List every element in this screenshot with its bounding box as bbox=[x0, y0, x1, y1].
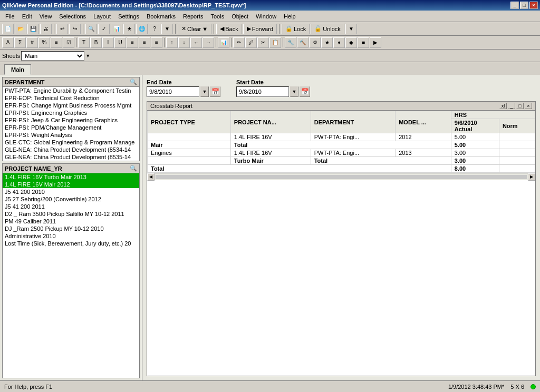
unlock-btn[interactable]: 🔓 Unlock bbox=[311, 24, 344, 34]
print-btn[interactable]: 🖨 bbox=[40, 24, 52, 34]
menu-bookmarks[interactable]: Bookmarks bbox=[143, 12, 179, 21]
undo-btn[interactable]: ↩ bbox=[56, 24, 68, 34]
tb2-btn7[interactable]: T bbox=[78, 37, 90, 48]
new-btn[interactable]: 📄 bbox=[2, 24, 14, 34]
proj-item-5[interactable]: J5 41 200 2011 bbox=[3, 203, 139, 210]
menu-view[interactable]: View bbox=[36, 12, 55, 21]
proj-item-7[interactable]: PM 49 Caliber 2011 bbox=[3, 218, 139, 225]
menu-reports[interactable]: Reports bbox=[180, 12, 207, 21]
crosstab-xl-btn[interactable]: xl bbox=[499, 103, 507, 109]
dept-item-2[interactable]: EPR-EOP: Technical Cost Reduction bbox=[3, 94, 139, 102]
tb2-btn13[interactable]: ≡ bbox=[151, 37, 162, 48]
redo-btn[interactable]: ↪ bbox=[69, 24, 81, 34]
start-date-calendar[interactable]: 📅 bbox=[300, 86, 310, 97]
tb2-btn10[interactable]: U bbox=[114, 37, 126, 48]
tb2-btn18[interactable]: 📊 bbox=[218, 37, 229, 48]
proj-item-4[interactable]: J5 27 Sebring/200 (Convertible) 2012 bbox=[3, 195, 139, 203]
proj-item-3[interactable]: J5 41 200 2010 bbox=[3, 188, 139, 195]
end-date-input[interactable] bbox=[147, 86, 199, 97]
tb2-btn25[interactable]: ⚙ bbox=[309, 37, 321, 48]
menu-tools[interactable]: Tools bbox=[207, 12, 227, 21]
menu-settings[interactable]: Settings bbox=[115, 12, 142, 21]
extra2-btn[interactable]: ▼ bbox=[345, 24, 357, 34]
tb2-btn20[interactable]: 🖊 bbox=[245, 37, 257, 48]
lock-btn[interactable]: 🔒 Lock bbox=[282, 24, 310, 34]
dept-item-9[interactable]: GLE-NEA: China Product Development (8534… bbox=[3, 146, 139, 153]
tb2-btn29[interactable]: ■ bbox=[358, 37, 369, 48]
clear-btn[interactable]: ✕ Clear ▼ bbox=[178, 24, 211, 34]
menu-window[interactable]: Window bbox=[253, 12, 279, 21]
menu-selections[interactable]: Selections bbox=[56, 12, 89, 21]
menu-edit[interactable]: Edit bbox=[19, 12, 35, 21]
dept-item-8[interactable]: GLE-CTC: Global Engineering & Program Ma… bbox=[3, 139, 139, 146]
extra-btn[interactable]: ▼ bbox=[161, 24, 173, 34]
menu-file[interactable]: File bbox=[2, 12, 18, 21]
tb2-btn9[interactable]: I bbox=[102, 37, 114, 48]
sheet-nav[interactable]: ▼ bbox=[85, 53, 90, 58]
tb2-btn22[interactable]: 📋 bbox=[269, 37, 281, 48]
dept-item-4[interactable]: EPR-PSI: Engineering Graphics bbox=[3, 109, 139, 116]
menu-help[interactable]: Help bbox=[281, 12, 299, 21]
proj-item-8[interactable]: DJ _Ram 2500 Pickup MY 10-12 2010 bbox=[3, 225, 139, 232]
search-btn[interactable]: 🔍 bbox=[85, 24, 97, 34]
tb2-btn6[interactable]: ☑ bbox=[63, 37, 74, 48]
tb2-btn23[interactable]: 🔧 bbox=[285, 37, 296, 48]
tb2-btn19[interactable]: ✏ bbox=[233, 37, 245, 48]
help-btn[interactable]: ? bbox=[149, 24, 160, 34]
tb2-btn1[interactable]: A bbox=[2, 37, 14, 48]
tb2-btn24[interactable]: 🔨 bbox=[297, 37, 308, 48]
sheet-dropdown[interactable]: Main bbox=[21, 51, 84, 61]
crosstab-close-btn[interactable]: × bbox=[525, 103, 532, 109]
start-date-input[interactable] bbox=[236, 86, 289, 97]
tb2-btn2[interactable]: Σ bbox=[14, 37, 26, 48]
chart-btn[interactable]: 📊 bbox=[111, 24, 122, 34]
tab-main[interactable]: Main bbox=[4, 64, 31, 75]
tb2-btn5[interactable]: ≡ bbox=[51, 37, 62, 48]
scroll-right-btn[interactable]: ▶ bbox=[528, 173, 535, 181]
clear-dropdown[interactable]: ▼ bbox=[202, 26, 208, 32]
crosstab-minimize-btn[interactable]: _ bbox=[508, 103, 515, 109]
maximize-btn[interactable]: □ bbox=[520, 2, 528, 9]
forward-btn[interactable]: ▶ Forward bbox=[243, 24, 277, 34]
end-date-calendar[interactable]: 📅 bbox=[210, 86, 220, 97]
proj-item-1[interactable]: 1.4L FIRE 16V Turbo Mair 2013 bbox=[3, 173, 139, 181]
tb2-btn21[interactable]: ✂ bbox=[257, 37, 269, 48]
star-btn[interactable]: ★ bbox=[123, 24, 135, 34]
dept-item-10[interactable]: GLE-NEA: China Product Development (8535… bbox=[3, 153, 139, 161]
dept-item-3[interactable]: EPR-PSI: Change Mgmt Business Process Mg… bbox=[3, 102, 139, 109]
open-btn[interactable]: 📂 bbox=[15, 24, 26, 34]
start-date-dropdown[interactable]: ▼ bbox=[290, 86, 298, 97]
crosstab-maximize-btn[interactable]: □ bbox=[516, 103, 524, 109]
save-btn[interactable]: 💾 bbox=[27, 24, 39, 34]
proj-item-10[interactable]: Lost Time (Sick, Bereavement, Jury duty,… bbox=[3, 240, 139, 247]
tb2-btn4[interactable]: % bbox=[38, 37, 50, 48]
check-btn[interactable]: ✓ bbox=[98, 24, 110, 34]
tb2-btn8[interactable]: B bbox=[90, 37, 102, 48]
tb2-btn28[interactable]: ◆ bbox=[345, 37, 357, 48]
proj-item-6[interactable]: D2 _ Ram 3500 Pickup Saltillo MY 10-12 2… bbox=[3, 210, 139, 218]
globe-btn[interactable]: 🌐 bbox=[136, 24, 148, 34]
title-bar-controls[interactable]: _ □ × bbox=[510, 2, 538, 9]
proj-item-9[interactable]: Administrative 2010 bbox=[3, 232, 139, 240]
tb2-btn26[interactable]: ★ bbox=[321, 37, 333, 48]
proj-item-2[interactable]: 1.4L FIRE 16V Mair 2012 bbox=[3, 181, 139, 188]
dept-item-7[interactable]: EPR-PSI: Weight Analysis bbox=[3, 131, 139, 139]
menu-object[interactable]: Object bbox=[228, 12, 252, 21]
dept-item-6[interactable]: EPR-PSI: PDM/Change Management bbox=[3, 124, 139, 131]
dept-item-1[interactable]: PWT-PTA: Engine Durability & Component T… bbox=[3, 87, 139, 94]
dept-item-5[interactable]: EPR-PSI: Jeep & Car Engineering Graphics bbox=[3, 116, 139, 124]
tb2-btn11[interactable]: ≡ bbox=[127, 37, 138, 48]
tb2-btn16[interactable]: ← bbox=[190, 37, 202, 48]
tb2-btn15[interactable]: ↓ bbox=[178, 37, 190, 48]
scroll-left-btn[interactable]: ◀ bbox=[147, 173, 155, 181]
tb2-btn27[interactable]: ♦ bbox=[333, 37, 345, 48]
department-search-icon[interactable]: 🔍 bbox=[130, 79, 137, 85]
tb2-btn17[interactable]: → bbox=[202, 37, 214, 48]
tb2-btn12[interactable]: ≡ bbox=[139, 37, 150, 48]
back-btn[interactable]: ◀ Back bbox=[216, 24, 242, 34]
minimize-btn[interactable]: _ bbox=[510, 2, 519, 9]
tb2-btn3[interactable]: # bbox=[26, 37, 38, 48]
menu-layout[interactable]: Layout bbox=[90, 12, 114, 21]
close-btn[interactable]: × bbox=[529, 2, 538, 9]
tb2-btn14[interactable]: ↑ bbox=[166, 37, 178, 48]
